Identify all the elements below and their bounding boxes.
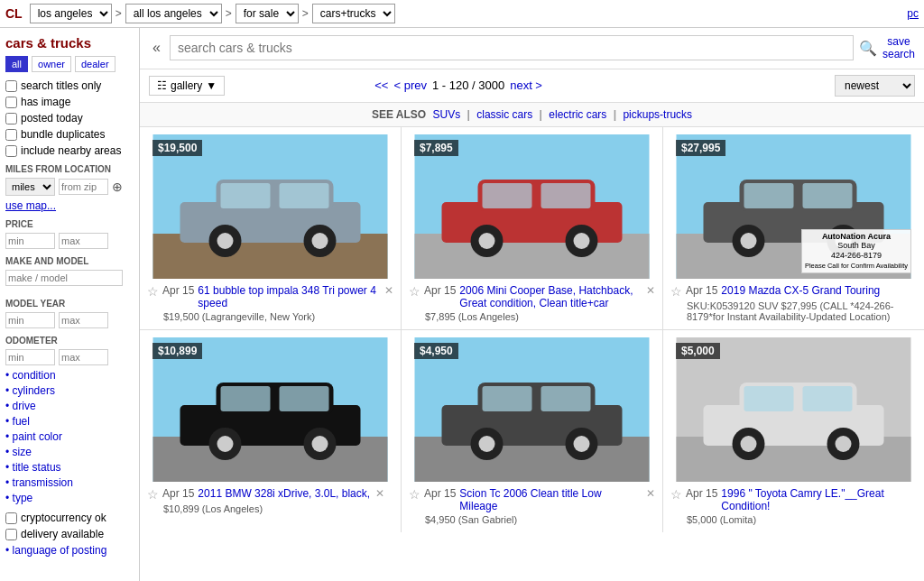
pc-link[interactable]: pc xyxy=(907,7,919,20)
checkbox-delivery[interactable]: delivery available xyxy=(5,528,134,540)
search-button[interactable]: 🔍 xyxy=(859,40,877,57)
svg-point-59 xyxy=(836,436,852,452)
category-dropdown[interactable]: cars+trucks xyxy=(312,4,395,23)
cl-logo[interactable]: CL xyxy=(5,6,23,21)
car-info-row: ☆Apr 15 2019 Mazda CX-5 Grand Touring xyxy=(670,284,917,299)
location-icon: ⊕ xyxy=(112,180,123,194)
car-date: Apr 15 xyxy=(162,284,194,297)
filter-type[interactable]: type xyxy=(5,492,134,504)
language-of-posting-link[interactable]: language of posting xyxy=(5,544,134,557)
car-card[interactable]: $10,899☆Apr 15 2011 BMW 328i xDrive, 3.0… xyxy=(140,330,401,532)
zip-input[interactable] xyxy=(59,179,108,195)
favorite-icon[interactable]: ☆ xyxy=(147,284,159,299)
car-card[interactable]: $19,500☆Apr 15 61 bubble top impala 348 … xyxy=(140,127,401,329)
filter-size[interactable]: size xyxy=(5,446,134,458)
price-max-input[interactable] xyxy=(59,233,108,249)
car-card[interactable]: $4,950☆Apr 15 Scion Tc 2006 Clean title … xyxy=(402,330,662,532)
sort-select[interactable]: newest oldest price asc price desc xyxy=(835,75,915,97)
year-max-input[interactable] xyxy=(59,312,108,328)
car-detail: SKU:K0539120 SUV $27,995 (CALL *424-266-… xyxy=(670,300,917,322)
listing-type-dropdown[interactable]: for sale xyxy=(236,4,299,23)
car-info-row: ☆Apr 15 2006 Mini Cooper Base, Hatchback… xyxy=(409,284,655,309)
price-badge: $5,000 xyxy=(676,343,720,359)
svg-rect-35 xyxy=(280,386,329,411)
checkbox-include-nearby[interactable]: include nearby areas xyxy=(5,144,134,157)
car-title-link[interactable]: 1996 " Toyota Camry LE."__Great Conditio… xyxy=(721,487,917,512)
car-detail: $10,899 (Los Angeles) xyxy=(147,503,393,514)
year-min-input[interactable] xyxy=(5,312,55,328)
car-detail: $4,950 (San Gabriel) xyxy=(409,514,655,525)
checkbox-has-image[interactable]: has image xyxy=(5,96,134,108)
car-image-container: $19,500 xyxy=(147,134,393,279)
save-search-link[interactable]: save search xyxy=(882,35,915,61)
tab-all[interactable]: all xyxy=(5,56,28,72)
svg-rect-45 xyxy=(541,386,591,411)
location-dropdown[interactable]: los angeles xyxy=(30,4,112,23)
miles-select[interactable]: miles xyxy=(5,178,55,196)
collapse-button[interactable]: « xyxy=(149,40,164,56)
car-date: Apr 15 xyxy=(424,284,456,297)
car-date: Apr 15 xyxy=(686,284,717,297)
odo-row xyxy=(5,349,134,365)
see-also-electric-cars[interactable]: electric cars xyxy=(549,108,606,121)
arrow-icon: > xyxy=(116,7,122,20)
filter-fuel[interactable]: fuel xyxy=(5,415,134,428)
svg-rect-44 xyxy=(483,386,532,411)
area-dropdown[interactable]: all los angeles xyxy=(125,4,222,23)
miles-row: miles ⊕ xyxy=(5,178,134,196)
remove-button[interactable]: ✕ xyxy=(375,487,384,500)
filter-title-status[interactable]: title status xyxy=(5,461,134,474)
search-input[interactable] xyxy=(170,35,854,60)
price-badge: $27,995 xyxy=(676,140,725,156)
next-page-link[interactable]: next > xyxy=(510,78,542,92)
car-title-link[interactable]: 2006 Mini Cooper Base, Hatchback, Great … xyxy=(459,284,641,309)
filter-condition[interactable]: condition xyxy=(5,369,134,382)
favorite-icon[interactable]: ☆ xyxy=(147,487,159,502)
svg-rect-25 xyxy=(803,183,853,208)
checkbox-bundle-duplicates[interactable]: bundle duplicates xyxy=(5,128,134,141)
make-model-input[interactable] xyxy=(5,270,123,286)
model-year-label: MODEL YEAR xyxy=(5,299,134,309)
remove-button[interactable]: ✕ xyxy=(646,487,655,500)
car-title-link[interactable]: 61 bubble top impala 348 Tri power 4 spe… xyxy=(198,284,379,309)
filter-paint-color[interactable]: paint color xyxy=(5,430,134,443)
filter-cylinders[interactable]: cylinders xyxy=(5,384,134,397)
favorite-icon[interactable]: ☆ xyxy=(409,487,420,502)
price-min-input[interactable] xyxy=(5,233,55,249)
car-date: Apr 15 xyxy=(686,487,717,500)
use-map-link[interactable]: use map... xyxy=(5,199,134,212)
remove-button[interactable]: ✕ xyxy=(384,284,393,297)
see-also-label: SEE ALSO xyxy=(372,108,426,121)
car-card[interactable]: $5,000☆Apr 15 1996 " Toyota Camry LE."__… xyxy=(663,330,924,532)
checkbox-posted-today[interactable]: posted today xyxy=(5,112,134,124)
tab-owner[interactable]: owner xyxy=(32,56,71,72)
see-also-pickups[interactable]: pickups-trucks xyxy=(623,108,692,121)
gallery-view-button[interactable]: ☷ gallery ▼ xyxy=(149,76,225,96)
arrow-icon-3: > xyxy=(302,7,309,20)
car-info-row: ☆Apr 15 2011 BMW 328i xDrive, 3.0L, blac… xyxy=(147,487,393,502)
car-title-link[interactable]: 2019 Mazda CX-5 Grand Touring xyxy=(721,284,880,297)
checkbox-crypto[interactable]: cryptocurrency ok xyxy=(5,512,134,524)
checkbox-search-titles[interactable]: search titles only xyxy=(5,79,134,92)
see-also-suvs[interactable]: SUVs xyxy=(433,108,461,121)
car-card[interactable]: $27,995AutoNation AcuraSouth Bay424-266-… xyxy=(663,127,924,329)
prev-page-link[interactable]: < prev xyxy=(393,78,427,92)
first-page-link[interactable]: << xyxy=(374,78,388,92)
odo-min-input[interactable] xyxy=(5,349,55,365)
remove-button[interactable]: ✕ xyxy=(646,284,655,297)
car-image xyxy=(147,337,393,482)
tab-dealer[interactable]: dealer xyxy=(75,56,116,72)
car-image xyxy=(409,337,655,482)
see-also-classic-cars[interactable]: classic cars xyxy=(476,108,532,121)
odo-max-input[interactable] xyxy=(59,349,108,365)
favorite-icon[interactable]: ☆ xyxy=(409,284,420,299)
filter-drive[interactable]: drive xyxy=(5,400,134,412)
car-card[interactable]: $7,895☆Apr 15 2006 Mini Cooper Base, Hat… xyxy=(402,127,662,329)
favorite-icon[interactable]: ☆ xyxy=(670,487,682,502)
car-title-link[interactable]: 2011 BMW 328i xDrive, 3.0L, black, xyxy=(198,487,370,500)
make-model-label: MAKE AND MODEL xyxy=(5,256,134,266)
filter-transmission[interactable]: transmission xyxy=(5,476,134,489)
car-title-link[interactable]: Scion Tc 2006 Clean title Low Mileage xyxy=(459,487,641,512)
favorite-icon[interactable]: ☆ xyxy=(670,284,682,299)
car-image-container: $10,899 xyxy=(147,337,393,482)
